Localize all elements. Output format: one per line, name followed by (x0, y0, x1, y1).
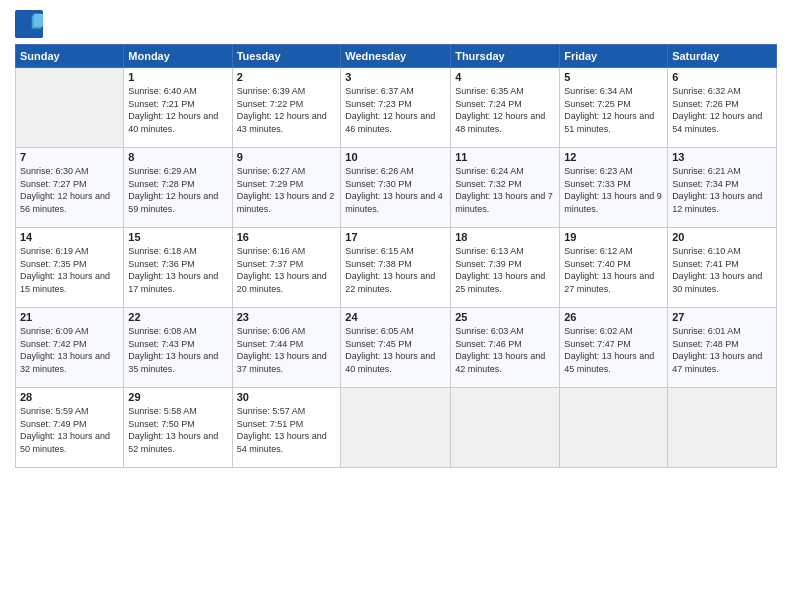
calendar-cell: 6Sunrise: 6:32 AMSunset: 7:26 PMDaylight… (668, 68, 777, 148)
day-number: 10 (345, 151, 446, 163)
day-number: 20 (672, 231, 772, 243)
calendar-cell: 2Sunrise: 6:39 AMSunset: 7:22 PMDaylight… (232, 68, 341, 148)
day-info: Sunrise: 6:12 AMSunset: 7:40 PMDaylight:… (564, 245, 663, 295)
day-info: Sunrise: 5:59 AMSunset: 7:49 PMDaylight:… (20, 405, 119, 455)
day-info: Sunrise: 5:58 AMSunset: 7:50 PMDaylight:… (128, 405, 227, 455)
header-cell-friday: Friday (560, 45, 668, 68)
day-info: Sunrise: 6:26 AMSunset: 7:30 PMDaylight:… (345, 165, 446, 215)
day-number: 1 (128, 71, 227, 83)
calendar-cell (560, 388, 668, 468)
header-row: SundayMondayTuesdayWednesdayThursdayFrid… (16, 45, 777, 68)
calendar-cell (341, 388, 451, 468)
calendar-cell: 4Sunrise: 6:35 AMSunset: 7:24 PMDaylight… (451, 68, 560, 148)
day-number: 27 (672, 311, 772, 323)
calendar-cell (668, 388, 777, 468)
day-info: Sunrise: 6:09 AMSunset: 7:42 PMDaylight:… (20, 325, 119, 375)
calendar-cell: 9Sunrise: 6:27 AMSunset: 7:29 PMDaylight… (232, 148, 341, 228)
day-number: 6 (672, 71, 772, 83)
calendar-cell (451, 388, 560, 468)
day-info: Sunrise: 6:18 AMSunset: 7:36 PMDaylight:… (128, 245, 227, 295)
day-info: Sunrise: 6:21 AMSunset: 7:34 PMDaylight:… (672, 165, 772, 215)
calendar-cell: 24Sunrise: 6:05 AMSunset: 7:45 PMDayligh… (341, 308, 451, 388)
day-info: Sunrise: 6:10 AMSunset: 7:41 PMDaylight:… (672, 245, 772, 295)
day-number: 24 (345, 311, 446, 323)
header-cell-thursday: Thursday (451, 45, 560, 68)
calendar-cell: 26Sunrise: 6:02 AMSunset: 7:47 PMDayligh… (560, 308, 668, 388)
day-info: Sunrise: 6:24 AMSunset: 7:32 PMDaylight:… (455, 165, 555, 215)
day-info: Sunrise: 6:29 AMSunset: 7:28 PMDaylight:… (128, 165, 227, 215)
header-cell-monday: Monday (124, 45, 232, 68)
calendar-cell: 12Sunrise: 6:23 AMSunset: 7:33 PMDayligh… (560, 148, 668, 228)
day-number: 13 (672, 151, 772, 163)
day-info: Sunrise: 6:30 AMSunset: 7:27 PMDaylight:… (20, 165, 119, 215)
calendar-cell: 27Sunrise: 6:01 AMSunset: 7:48 PMDayligh… (668, 308, 777, 388)
day-info: Sunrise: 6:16 AMSunset: 7:37 PMDaylight:… (237, 245, 337, 295)
header-cell-wednesday: Wednesday (341, 45, 451, 68)
calendar-header: SundayMondayTuesdayWednesdayThursdayFrid… (16, 45, 777, 68)
calendar-cell: 14Sunrise: 6:19 AMSunset: 7:35 PMDayligh… (16, 228, 124, 308)
day-info: Sunrise: 6:05 AMSunset: 7:45 PMDaylight:… (345, 325, 446, 375)
day-number: 23 (237, 311, 337, 323)
day-number: 16 (237, 231, 337, 243)
week-row-0: 1Sunrise: 6:40 AMSunset: 7:21 PMDaylight… (16, 68, 777, 148)
calendar-cell: 11Sunrise: 6:24 AMSunset: 7:32 PMDayligh… (451, 148, 560, 228)
day-info: Sunrise: 6:08 AMSunset: 7:43 PMDaylight:… (128, 325, 227, 375)
day-number: 3 (345, 71, 446, 83)
calendar-cell: 28Sunrise: 5:59 AMSunset: 7:49 PMDayligh… (16, 388, 124, 468)
calendar-cell (16, 68, 124, 148)
calendar-body: 1Sunrise: 6:40 AMSunset: 7:21 PMDaylight… (16, 68, 777, 468)
day-number: 2 (237, 71, 337, 83)
logo-icon (15, 10, 43, 38)
day-number: 8 (128, 151, 227, 163)
calendar-cell: 23Sunrise: 6:06 AMSunset: 7:44 PMDayligh… (232, 308, 341, 388)
day-number: 12 (564, 151, 663, 163)
week-row-1: 7Sunrise: 6:30 AMSunset: 7:27 PMDaylight… (16, 148, 777, 228)
day-info: Sunrise: 6:01 AMSunset: 7:48 PMDaylight:… (672, 325, 772, 375)
calendar-cell: 13Sunrise: 6:21 AMSunset: 7:34 PMDayligh… (668, 148, 777, 228)
calendar-cell: 5Sunrise: 6:34 AMSunset: 7:25 PMDaylight… (560, 68, 668, 148)
day-number: 4 (455, 71, 555, 83)
day-number: 22 (128, 311, 227, 323)
calendar-cell: 17Sunrise: 6:15 AMSunset: 7:38 PMDayligh… (341, 228, 451, 308)
day-info: Sunrise: 6:23 AMSunset: 7:33 PMDaylight:… (564, 165, 663, 215)
day-number: 29 (128, 391, 227, 403)
day-info: Sunrise: 6:35 AMSunset: 7:24 PMDaylight:… (455, 85, 555, 135)
day-number: 21 (20, 311, 119, 323)
header-cell-tuesday: Tuesday (232, 45, 341, 68)
calendar-cell: 20Sunrise: 6:10 AMSunset: 7:41 PMDayligh… (668, 228, 777, 308)
day-number: 15 (128, 231, 227, 243)
day-info: Sunrise: 6:06 AMSunset: 7:44 PMDaylight:… (237, 325, 337, 375)
calendar-cell: 25Sunrise: 6:03 AMSunset: 7:46 PMDayligh… (451, 308, 560, 388)
calendar-cell: 1Sunrise: 6:40 AMSunset: 7:21 PMDaylight… (124, 68, 232, 148)
calendar-cell: 8Sunrise: 6:29 AMSunset: 7:28 PMDaylight… (124, 148, 232, 228)
calendar-cell: 7Sunrise: 6:30 AMSunset: 7:27 PMDaylight… (16, 148, 124, 228)
day-info: Sunrise: 6:40 AMSunset: 7:21 PMDaylight:… (128, 85, 227, 135)
calendar-cell: 15Sunrise: 6:18 AMSunset: 7:36 PMDayligh… (124, 228, 232, 308)
day-info: Sunrise: 6:39 AMSunset: 7:22 PMDaylight:… (237, 85, 337, 135)
calendar-cell: 22Sunrise: 6:08 AMSunset: 7:43 PMDayligh… (124, 308, 232, 388)
logo (15, 10, 47, 38)
header-cell-sunday: Sunday (16, 45, 124, 68)
calendar-table: SundayMondayTuesdayWednesdayThursdayFrid… (15, 44, 777, 468)
day-info: Sunrise: 6:32 AMSunset: 7:26 PMDaylight:… (672, 85, 772, 135)
day-info: Sunrise: 6:13 AMSunset: 7:39 PMDaylight:… (455, 245, 555, 295)
svg-marker-2 (34, 14, 43, 27)
calendar-cell: 16Sunrise: 6:16 AMSunset: 7:37 PMDayligh… (232, 228, 341, 308)
week-row-2: 14Sunrise: 6:19 AMSunset: 7:35 PMDayligh… (16, 228, 777, 308)
calendar-cell: 30Sunrise: 5:57 AMSunset: 7:51 PMDayligh… (232, 388, 341, 468)
calendar-cell: 18Sunrise: 6:13 AMSunset: 7:39 PMDayligh… (451, 228, 560, 308)
day-info: Sunrise: 5:57 AMSunset: 7:51 PMDaylight:… (237, 405, 337, 455)
week-row-4: 28Sunrise: 5:59 AMSunset: 7:49 PMDayligh… (16, 388, 777, 468)
calendar-cell: 29Sunrise: 5:58 AMSunset: 7:50 PMDayligh… (124, 388, 232, 468)
calendar-cell: 10Sunrise: 6:26 AMSunset: 7:30 PMDayligh… (341, 148, 451, 228)
header-cell-saturday: Saturday (668, 45, 777, 68)
day-number: 11 (455, 151, 555, 163)
day-info: Sunrise: 6:37 AMSunset: 7:23 PMDaylight:… (345, 85, 446, 135)
calendar-cell: 21Sunrise: 6:09 AMSunset: 7:42 PMDayligh… (16, 308, 124, 388)
day-number: 25 (455, 311, 555, 323)
day-info: Sunrise: 6:19 AMSunset: 7:35 PMDaylight:… (20, 245, 119, 295)
day-number: 9 (237, 151, 337, 163)
day-info: Sunrise: 6:02 AMSunset: 7:47 PMDaylight:… (564, 325, 663, 375)
day-number: 18 (455, 231, 555, 243)
day-info: Sunrise: 6:34 AMSunset: 7:25 PMDaylight:… (564, 85, 663, 135)
